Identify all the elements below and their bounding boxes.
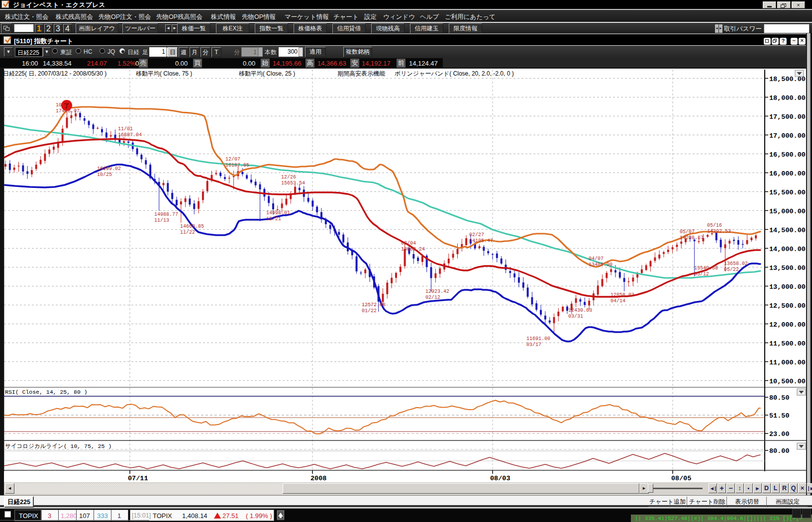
svg-text:12923.42: 12923.42 — [425, 289, 449, 294]
svg-text:07/11: 07/11 — [128, 475, 148, 482]
svg-text:14,000.00: 14,000.00 — [769, 246, 806, 253]
svg-text:01/22: 01/22 — [362, 308, 377, 314]
svg-text:05/07: 05/07 — [680, 229, 695, 235]
svg-text:04/14: 04/14 — [610, 298, 625, 304]
svg-text:12/26: 12/26 — [281, 174, 296, 180]
svg-text:移動平均( Close, 25 ): 移動平均( Close, 25 ) — [239, 70, 295, 77]
svg-text:02/04: 02/04 — [401, 241, 416, 246]
svg-text:2008: 2008 — [310, 475, 326, 482]
svg-text:13540.68: 13540.68 — [694, 265, 718, 271]
svg-text:16187.85: 16187.85 — [225, 163, 249, 168]
svg-text:17,000.00: 17,000.00 — [769, 132, 806, 140]
svg-text:17,500.00: 17,500.00 — [769, 113, 806, 121]
svg-text:12430.63: 12430.63 — [568, 308, 592, 313]
svg-text:16,000.00: 16,000.00 — [769, 170, 806, 177]
svg-text:サイコロジカルライン( 10, 75, 25 ): サイコロジカルライン( 10, 75, 25 ) — [5, 443, 111, 449]
svg-text:04/07: 04/07 — [589, 256, 604, 261]
svg-text:13658.02: 13658.02 — [724, 261, 748, 266]
svg-text:期間高安表示機能: 期間高安表示機能 — [337, 70, 386, 77]
svg-text:80.00: 80.00 — [769, 447, 790, 455]
svg-text:13,000.00: 13,000.00 — [769, 283, 806, 291]
svg-text:14,500.00: 14,500.00 — [769, 227, 806, 234]
svg-text:13485.90: 13485.90 — [589, 262, 612, 267]
svg-text:51.50: 51.50 — [769, 412, 790, 420]
svg-text:16,500.00: 16,500.00 — [769, 151, 806, 159]
svg-text:11,500.00: 11,500.00 — [769, 340, 806, 348]
svg-text:12858.03: 12858.03 — [610, 292, 634, 298]
svg-text:05/12: 05/12 — [694, 271, 709, 277]
svg-text:02/27: 02/27 — [469, 232, 484, 238]
svg-text:13863.24: 13863.24 — [401, 247, 425, 252]
svg-text:05/22: 05/22 — [724, 267, 739, 272]
svg-text:15,000.00: 15,000.00 — [769, 208, 806, 215]
svg-text:12,000.00: 12,000.00 — [769, 321, 806, 329]
svg-text:12572.68: 12572.68 — [362, 302, 386, 308]
svg-text:10,500.00: 10,500.00 — [769, 378, 806, 385]
svg-text:11,000.00: 11,000.00 — [769, 359, 806, 366]
svg-text:08/05: 08/05 — [671, 475, 692, 482]
svg-text:RSI( Close, 14, 25, 80 ): RSI( Close, 14, 25, 80 ) — [5, 389, 88, 395]
svg-text:14105.47: 14105.47 — [469, 238, 493, 244]
svg-text:23.00: 23.00 — [769, 431, 790, 438]
svg-text:11/22: 11/22 — [180, 230, 195, 235]
svg-text:16199.02: 16199.02 — [97, 166, 121, 172]
svg-text:10/25: 10/25 — [97, 172, 112, 177]
svg-text:14998.01: 14998.01 — [266, 210, 290, 216]
svg-text:13,500.00: 13,500.00 — [769, 264, 806, 272]
svg-text:12,500.00: 12,500.00 — [769, 302, 806, 310]
svg-text:80.50: 80.50 — [769, 394, 790, 402]
svg-text:03/17: 03/17 — [526, 342, 541, 348]
svg-text:了: 了 — [64, 102, 70, 109]
svg-text:14988.77: 14988.77 — [154, 212, 178, 217]
svg-text:11691.00: 11691.00 — [526, 336, 550, 342]
svg-text:11/13: 11/13 — [154, 218, 169, 223]
svg-text:12/21: 12/21 — [266, 216, 281, 222]
svg-text:11/01: 11/01 — [118, 126, 133, 132]
svg-text:05/16: 05/16 — [707, 223, 722, 228]
svg-text:08/03: 08/03 — [490, 475, 510, 482]
svg-text:14208.67: 14208.67 — [680, 235, 704, 241]
svg-text:移動平均( Close, 75 ): 移動平均( Close, 75 ) — [136, 70, 192, 77]
svg-text:14392.53: 14392.53 — [707, 229, 731, 234]
svg-text:ボリンジャーバンド( Close, 20, 2.0, -2.: ボリンジャーバンド( Close, 20, 2.0, -2.0, 0 ) — [395, 70, 514, 77]
svg-text:14669.85: 14669.85 — [180, 224, 204, 229]
svg-text:02/12: 02/12 — [425, 295, 440, 300]
svg-text:12/07: 12/07 — [225, 157, 240, 162]
svg-text:18,000.00: 18,000.00 — [769, 94, 806, 102]
svg-text:15,500.00: 15,500.00 — [769, 189, 806, 196]
svg-text:03/31: 03/31 — [568, 314, 583, 319]
svg-text:16887.04: 16887.04 — [118, 132, 142, 138]
svg-text:日経225( 日, 2007/03/12 - 2008/05: 日経225( 日, 2007/03/12 - 2008/05/30 ) — [3, 70, 106, 77]
svg-text:15653.54: 15653.54 — [281, 180, 305, 186]
